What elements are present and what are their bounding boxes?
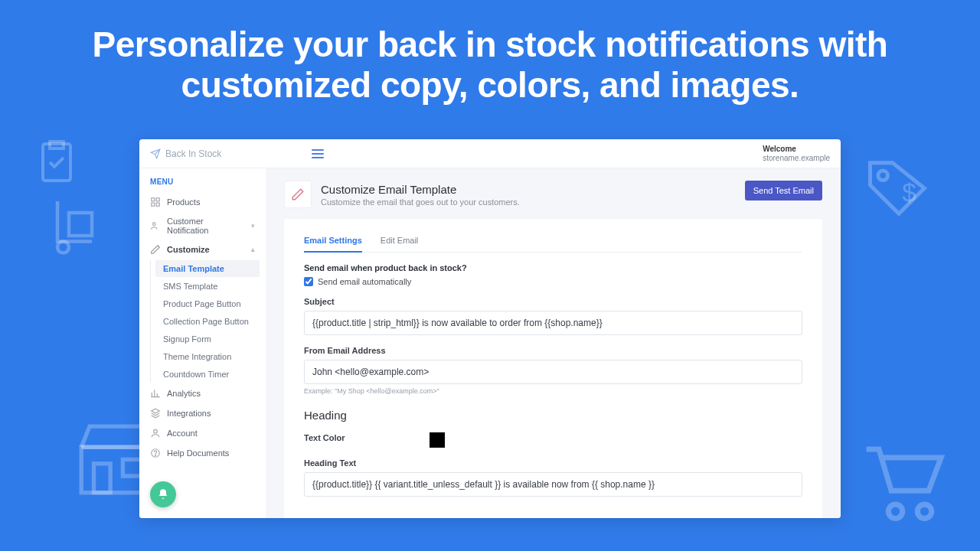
svg-point-15 <box>154 429 158 433</box>
sidebar-item-label: Help Documents <box>167 448 229 458</box>
welcome-store: storename.example <box>763 154 830 163</box>
grid-icon <box>150 197 161 207</box>
bg-cart-icon <box>850 429 949 528</box>
page-header-icon <box>284 181 312 208</box>
sidebar-sub-product-page-btn[interactable]: Product Page Button <box>155 295 260 312</box>
text-color-swatch[interactable] <box>430 432 445 448</box>
main-content: Customize Email Template Customize the e… <box>266 168 841 518</box>
send-auto-checkbox[interactable] <box>304 277 313 286</box>
from-input[interactable] <box>304 360 802 384</box>
send-auto-label: Send email automatically <box>318 277 411 286</box>
brand-plane-icon <box>150 148 161 159</box>
heading-text-label: Heading Text <box>304 458 802 468</box>
sidebar-item-customize[interactable]: Customize ▴ <box>139 240 266 259</box>
svg-point-14 <box>153 223 156 226</box>
svg-rect-6 <box>94 464 111 493</box>
svg-point-17 <box>155 455 156 455</box>
layers-icon <box>150 408 161 419</box>
sidebar-item-label: Integrations <box>167 409 211 418</box>
menu-header: MENU <box>139 174 266 192</box>
page-header: Customize Email Template Customize the e… <box>284 181 822 208</box>
sidebar-item-label: Account <box>167 429 198 438</box>
sidebar-item-help[interactable]: Help Documents <box>139 443 266 463</box>
sidebar-sub-email-template[interactable]: Email Template <box>155 260 260 277</box>
sidebar-item-analytics[interactable]: Analytics <box>139 383 266 403</box>
sidebar-item-customer-notification[interactable]: Customer Notification ▾ <box>139 212 266 240</box>
page-subtitle: Customize the email that goes out to you… <box>321 197 520 207</box>
chevron-down-icon: ▾ <box>251 222 255 230</box>
app-window: Back In Stock Welcome storename.example … <box>139 139 841 518</box>
topbar: Back In Stock Welcome storename.example <box>139 139 841 168</box>
sidebar-sub-collection-btn[interactable]: Collection Page Button <box>155 313 260 330</box>
subject-input[interactable] <box>304 311 802 335</box>
sidebar-item-label: Products <box>167 197 200 207</box>
heading-text-input[interactable] <box>304 472 802 497</box>
tab-email-settings[interactable]: Email Settings <box>304 230 362 253</box>
help-icon <box>150 448 161 458</box>
welcome-block: Welcome storename.example <box>763 145 830 163</box>
send-email-question: Send email when product back in stock? <box>304 263 802 272</box>
chevron-up-icon: ▴ <box>251 246 255 253</box>
sidebar-item-products[interactable]: Products <box>139 192 266 212</box>
hamburger-icon[interactable] <box>312 149 324 158</box>
sidebar-sub-signup-form[interactable]: Signup Form <box>155 331 260 347</box>
hero-headline: Personalize your back in stock notificat… <box>0 0 980 121</box>
bg-pricetag-icon: $ <box>861 150 937 227</box>
from-label: From Email Address <box>304 346 802 355</box>
brand: Back In Stock <box>150 148 221 159</box>
svg-rect-2 <box>69 213 92 236</box>
sidebar-item-label: Analytics <box>167 389 201 398</box>
svg-point-8 <box>888 504 902 518</box>
notifications-fab[interactable] <box>150 481 176 507</box>
sidebar-sub-theme-integration[interactable]: Theme Integration <box>155 348 260 365</box>
svg-text:$: $ <box>902 178 916 207</box>
welcome-title: Welcome <box>763 145 830 154</box>
page-title: Customize Email Template <box>321 183 520 196</box>
pencil-icon <box>291 187 305 201</box>
svg-point-9 <box>917 504 931 518</box>
customize-subitems: Email Template SMS Template Product Page… <box>150 260 266 383</box>
settings-card: Email Settings Edit Email Send email whe… <box>284 219 822 518</box>
send-auto-row[interactable]: Send email automatically <box>304 277 802 286</box>
send-test-email-button[interactable]: Send Test Email <box>745 181 822 201</box>
sidebar: MENU Products Customer Notification ▾ Cu… <box>139 168 266 518</box>
brand-name: Back In Stock <box>165 148 221 159</box>
sidebar-sub-sms-template[interactable]: SMS Template <box>155 278 260 295</box>
sidebar-item-label: Customer Notification <box>167 217 245 235</box>
heading-section-title: Heading <box>304 409 802 422</box>
user-icon <box>150 428 161 439</box>
bell-icon <box>157 488 169 500</box>
users-icon <box>150 220 161 231</box>
sidebar-item-integrations[interactable]: Integrations <box>139 403 266 423</box>
sidebar-sub-countdown-timer[interactable]: Countdown Timer <box>155 366 260 383</box>
text-color-label: Text Color <box>304 433 345 442</box>
pencil-icon <box>150 244 161 255</box>
sidebar-item-account[interactable]: Account <box>139 423 266 443</box>
from-hint: Example: "My Shop <hello@example.com>" <box>304 387 802 395</box>
tabs: Email Settings Edit Email <box>304 230 802 253</box>
svg-rect-12 <box>152 203 155 206</box>
svg-rect-10 <box>152 198 155 201</box>
subject-label: Subject <box>304 297 802 306</box>
bg-handtruck-icon <box>46 190 115 259</box>
sidebar-item-label: Customize <box>167 245 210 254</box>
svg-rect-13 <box>156 203 159 206</box>
tab-edit-email[interactable]: Edit Email <box>381 230 419 252</box>
svg-rect-11 <box>156 198 159 201</box>
svg-point-3 <box>878 171 888 181</box>
bg-clipboard-icon <box>29 135 84 190</box>
chart-icon <box>150 388 161 399</box>
